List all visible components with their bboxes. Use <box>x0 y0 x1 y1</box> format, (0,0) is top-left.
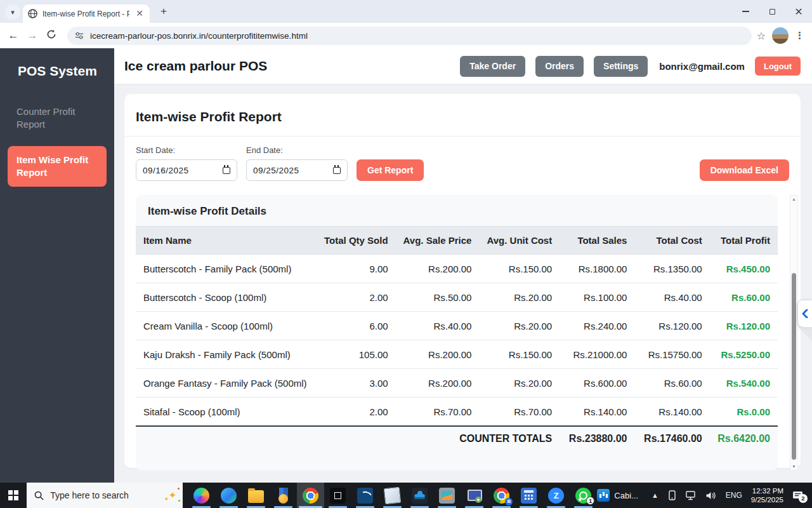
notification-center-button[interactable]: 2 <box>792 490 803 500</box>
clock[interactable]: 12:32 PM 9/25/2025 <box>751 486 783 504</box>
scrollbar-thumb[interactable] <box>792 273 796 460</box>
scroll-down-icon[interactable]: ▼ <box>790 464 797 469</box>
table-header-row: Item Name Total Qty Sold Avg. Sale Price… <box>136 227 778 255</box>
download-excel-button[interactable]: Download Excel <box>700 159 789 181</box>
tray-overflow-chevron-icon[interactable]: ▲ <box>652 491 658 499</box>
taskbar-app-design-tool[interactable] <box>351 483 379 508</box>
notes-icon <box>384 486 401 504</box>
cell-qty: 6.00 <box>317 312 396 340</box>
totals-cost: Rs.17460.00 <box>634 426 709 451</box>
tray-app-label: Cabi... <box>614 491 638 500</box>
cell-avg_cost: Rs.70.00 <box>479 398 560 427</box>
cell-cost: Rs.40.00 <box>634 283 709 312</box>
cell-profit: Rs.60.00 <box>710 283 778 312</box>
browser-tabstrip: ▾ Item-wise Profit Report - POS ✕ + ✕ <box>0 0 812 23</box>
taskbar-app-chrome[interactable] <box>297 483 324 508</box>
search-icon <box>34 491 44 500</box>
table-scrollbar[interactable]: ▲ ▼ <box>790 195 798 471</box>
3d-builder-icon <box>330 488 346 504</box>
start-date-value: 09/16/2025 <box>143 166 223 175</box>
language-indicator[interactable]: ENG <box>726 491 742 500</box>
side-panel-expand-button[interactable] <box>798 300 812 327</box>
cell-cost: Rs.15750.00 <box>634 340 709 369</box>
forward-button[interactable]: → <box>23 29 42 42</box>
taskbar-app-copilot[interactable] <box>188 483 215 508</box>
search-input[interactable] <box>50 490 169 500</box>
start-button[interactable] <box>0 483 27 508</box>
cell-profit: Rs.0.00 <box>710 398 778 427</box>
tab-list-chevron-icon[interactable]: ▾ <box>5 4 20 20</box>
side-panel-fold <box>798 327 812 341</box>
taskbar-app-notes[interactable] <box>379 483 406 508</box>
orders-button[interactable]: Orders <box>535 56 584 77</box>
cell-avg_sale: Rs.200.00 <box>396 340 480 369</box>
table-row: Cream Vanilla - Scoop (100ml)6.00Rs.40.0… <box>136 312 778 340</box>
zoom-icon: Z <box>548 488 564 504</box>
clock-date: 9/25/2025 <box>751 495 783 504</box>
cell-item: Cream Vanilla - Scoop (100ml) <box>136 312 317 340</box>
bookmark-star-icon[interactable]: ☆ <box>757 30 766 42</box>
back-button[interactable]: ← <box>4 29 23 42</box>
url-bar[interactable]: icecream-parlour-pos.bonrix.in/counterpr… <box>67 27 752 45</box>
taskbar-app-cloud[interactable] <box>406 483 433 508</box>
copilot-icon <box>193 488 209 504</box>
take-order-button[interactable]: Take Order <box>460 56 525 77</box>
app-header: Ice cream parlour POS Take Order Orders … <box>114 48 812 84</box>
settings-button[interactable]: Settings <box>594 56 648 77</box>
start-date-input[interactable]: 09/16/2025 <box>136 159 237 181</box>
taskbar-app-file-explorer[interactable] <box>242 483 270 508</box>
taskbar-app-3d-builder[interactable] <box>324 483 351 508</box>
browser-profile-avatar[interactable] <box>772 27 789 44</box>
new-tab-button[interactable]: + <box>156 5 171 18</box>
end-date-label: End Date: <box>246 145 348 155</box>
network-icon[interactable] <box>686 491 697 500</box>
end-date-group: End Date: 09/25/2025 <box>246 145 348 181</box>
column-header-total-profit: Total Profit <box>710 227 778 255</box>
cell-item: Sitafal - Scoop (100ml) <box>136 398 317 427</box>
taskbar-app-edge[interactable] <box>215 483 242 508</box>
phone-link-icon[interactable] <box>667 490 677 500</box>
calendar-icon[interactable] <box>333 167 341 174</box>
column-header-total-sales: Total Sales <box>560 227 634 255</box>
details-title: Item-wise Profit Details <box>136 195 778 226</box>
logout-button[interactable]: Logout <box>755 57 801 76</box>
get-report-button[interactable]: Get Report <box>357 159 424 181</box>
window-restore-button[interactable] <box>759 0 785 23</box>
taskbar-app-whatsapp[interactable]: 1 <box>570 483 597 508</box>
taskbar-app-medal[interactable] <box>270 483 297 508</box>
window-minimize-button[interactable] <box>732 0 759 23</box>
tab-close-icon[interactable]: ✕ <box>134 9 145 19</box>
end-date-input[interactable]: 09/25/2025 <box>246 159 348 181</box>
cell-avg_sale: Rs.70.00 <box>396 398 480 427</box>
browser-tab[interactable]: Item-wise Profit Report - POS ✕ <box>23 4 150 23</box>
taskbar-app-remote-pc[interactable] <box>461 483 488 508</box>
sidebar-item-item-wise-profit-report[interactable]: Item Wise Profit Report <box>8 146 107 187</box>
cell-item: Butterscotch - Scoop (100ml) <box>136 283 317 312</box>
cell-avg_sale: Rs.50.00 <box>396 283 480 312</box>
reload-button[interactable] <box>42 29 61 43</box>
start-date-label: Start Date: <box>136 145 237 155</box>
counter-totals-label: COUNTER TOTALS <box>136 426 560 451</box>
sidebar-item-counter-profit-report[interactable]: Counter Profit Report <box>8 98 107 138</box>
tray-app-cabinet[interactable]: Cabi... <box>597 489 638 502</box>
chevron-left-icon <box>802 309 808 318</box>
content-area: Item-wise Profit Report Start Date: 09/1… <box>114 84 812 483</box>
taskbar-apps: BZ1 <box>188 483 597 508</box>
taskbar-app-calculator[interactable] <box>515 483 542 508</box>
taskbar-search[interactable]: ✦✦ <box>27 483 183 508</box>
window-close-button[interactable]: ✕ <box>785 0 812 23</box>
calendar-icon[interactable] <box>223 167 230 174</box>
taskbar-app-chrome-profile[interactable]: B <box>488 483 515 508</box>
taskbar-app-photos[interactable] <box>433 483 461 508</box>
globe-favicon-icon <box>28 9 37 18</box>
browser-menu-icon[interactable]: ⋮ <box>795 30 804 41</box>
volume-icon[interactable] <box>705 491 716 500</box>
sidebar-title: POS System <box>0 48 114 79</box>
cell-avg_cost: Rs.20.00 <box>479 369 560 398</box>
table-row: Orange Fantasy - Family Pack (500ml)3.00… <box>136 369 778 398</box>
scroll-up-icon[interactable]: ▲ <box>790 197 797 201</box>
photos-icon <box>439 488 455 504</box>
taskbar-app-zoom[interactable]: Z <box>542 483 570 508</box>
browser-toolbar: ← → icecream-parlour-pos.bonrix.in/count… <box>0 23 812 48</box>
cell-avg_sale: Rs.40.00 <box>396 312 480 340</box>
